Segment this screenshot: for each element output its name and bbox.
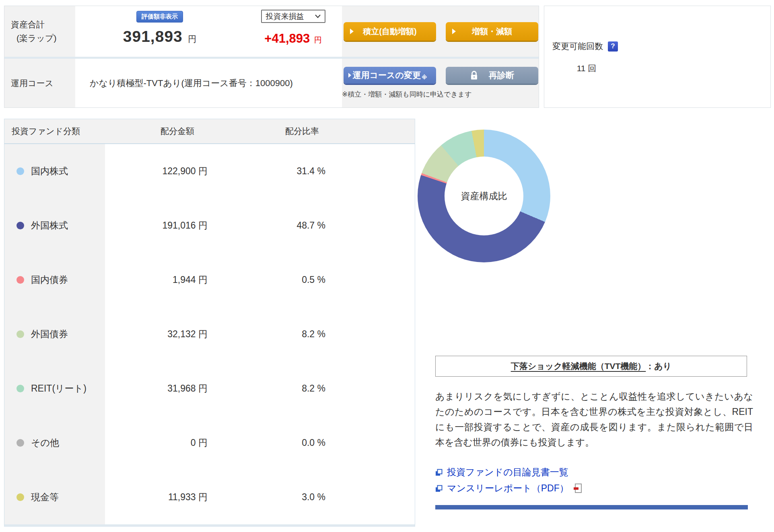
change-count-label-row: 変更可能回数 ? <box>552 41 770 52</box>
triangle-icon <box>348 73 351 78</box>
course-row: 運用コース かなり積極型-TVTあり(運用コース番号：1000900) 運用コー… <box>4 59 539 107</box>
legend-dot-icon <box>16 493 24 501</box>
row-ratio: 3.0 % <box>250 470 354 524</box>
profit-unit: 円 <box>314 36 322 44</box>
zougaku-gengaku-button-label: 増額・減額 <box>472 26 512 37</box>
asset-total-amount: 391,893 <box>123 28 183 45</box>
asset-total-row: 資産合計 (楽ラップ) 評価額非表示 391,893 円 投資来損益 + <box>4 6 539 57</box>
row-label: 外国債券 <box>31 328 68 340</box>
monthly-report-link[interactable]: マンスリーレポート（PDF） <box>447 482 569 495</box>
row-ratio: 0.0 % <box>250 416 354 470</box>
profit-period-select[interactable]: 投資来損益 <box>261 10 325 23</box>
course-value: かなり積極型-TVTあり(運用コース番号：1000900) <box>90 77 293 89</box>
asset-total-sublabel: (楽ラップ) <box>11 33 75 44</box>
row-label: 国内株式 <box>31 165 68 177</box>
row-amount: 1,944 円 <box>105 253 250 307</box>
row-label: 外国株式 <box>31 219 68 232</box>
lock-icon <box>470 71 478 80</box>
course-buttons-cell: 運用コースの変更 ※ 再診断 ※積立・ <box>342 59 539 107</box>
top-buttons-cell: 積立(自動増額) 増額・減額 <box>342 6 539 57</box>
monthly-report-link-row: マンスリーレポート（PDF） <box>435 482 771 495</box>
course-change-button-label: 運用コースの変更 <box>352 70 420 81</box>
course-buttons-row: 運用コースの変更 ※ 再診断 <box>342 67 539 84</box>
table-row: 国内株式 122,900 円 31.4 % <box>4 144 415 198</box>
help-icon[interactable]: ? <box>608 41 618 52</box>
legend-dot-icon <box>16 439 24 447</box>
row-ratio: 8.2 % <box>250 361 354 416</box>
legend-dot-icon <box>16 222 24 229</box>
row-label: その他 <box>31 437 59 449</box>
change-count-label: 変更可能回数 <box>552 41 603 52</box>
row-amount: 11,933 円 <box>105 470 250 524</box>
asset-total-line: 391,893 円 <box>123 28 196 45</box>
asset-summary-box: 資産合計 (楽ラップ) 評価額非表示 391,893 円 投資来損益 + <box>4 6 539 108</box>
course-change-button[interactable]: 運用コースの変更 ※ <box>344 67 436 84</box>
prospectus-link-row: 投資ファンドの目論見書一覧 <box>435 466 771 478</box>
row-label: 現金等 <box>31 491 59 503</box>
legend-dot-icon <box>16 167 24 175</box>
hide-valuation-badge[interactable]: 評価額非表示 <box>136 11 183 23</box>
pdf-icon <box>573 483 582 493</box>
new-window-icon <box>435 469 443 476</box>
tsumitate-button[interactable]: 積立(自動増額) <box>344 22 436 41</box>
triangle-icon <box>452 29 456 34</box>
row-label: REIT(リート) <box>31 382 86 395</box>
row-amount: 191,016 円 <box>105 198 250 253</box>
header-ratio: 配分比率 <box>250 126 354 137</box>
asset-total-unit: 円 <box>188 34 196 43</box>
asset-total-label: 資産合計 <box>11 19 75 30</box>
top-summary-area: 資産合計 (楽ラップ) 評価額非表示 391,893 円 投資来損益 + <box>4 6 771 108</box>
donut-center-label: 資産構成比 <box>445 157 523 235</box>
rediagnosis-button-label: 再診断 <box>489 70 514 81</box>
row-amount: 122,900 円 <box>105 144 250 198</box>
profit-cell: 投資来損益 +41,893 円 <box>244 6 342 57</box>
course-detail-column: 資産構成比 下落ショック軽減機能（TVT機能）：あり あまりリスクを気にしすぎず… <box>415 119 771 527</box>
table-row: その他 0 円 0.0 % <box>4 416 415 470</box>
allocation-area: 投資ファンド分類 配分金額 配分比率 国内株式 122,900 円 31.4 %… <box>4 119 771 527</box>
asset-total-label-cell: 資産合計 (楽ラップ) <box>4 6 75 57</box>
course-label: 運用コース <box>11 78 75 89</box>
rediagnosis-button[interactable]: 再診断 <box>446 67 538 84</box>
table-row: 外国債券 32,132 円 8.2 % <box>4 307 415 361</box>
simultaneous-application-note: ※積立・増額・減額も同時に申込できます <box>342 90 539 99</box>
next-section-bar <box>435 505 748 509</box>
triangle-icon <box>350 29 354 34</box>
course-description: あまりリスクを気にしすぎずに、とことん収益性を追求していきたいあなたのためのコー… <box>435 389 753 450</box>
change-count-box: 変更可能回数 ? 11 回 <box>544 6 771 108</box>
profit-line: +41,893 円 <box>264 31 321 46</box>
row-amount: 31,968 円 <box>105 361 250 416</box>
asset-total-cell: 評価額非表示 391,893 円 <box>75 6 244 57</box>
chevron-down-icon <box>315 14 321 18</box>
fund-allocation-table: 投資ファンド分類 配分金額 配分比率 国内株式 122,900 円 31.4 %… <box>4 119 415 527</box>
table-header: 投資ファンド分類 配分金額 配分比率 <box>4 119 415 144</box>
document-links: 投資ファンドの目論見書一覧 マンスリーレポート（PDF） <box>435 466 771 495</box>
tsumitate-button-label: 積立(自動増額) <box>363 26 416 37</box>
course-change-note-mark: ※ <box>422 74 427 80</box>
profit-period-value: 投資来損益 <box>266 11 304 22</box>
row-ratio: 31.4 % <box>250 144 354 198</box>
tvt-feature-box: 下落ショック軽減機能（TVT機能）：あり <box>435 356 747 377</box>
row-label: 国内債券 <box>31 274 68 286</box>
row-amount: 32,132 円 <box>105 307 250 361</box>
row-ratio: 8.2 % <box>250 307 354 361</box>
header-category: 投資ファンド分類 <box>4 126 105 137</box>
row-amount: 0 円 <box>105 416 250 470</box>
table-row: REIT(リート) 31,968 円 8.2 % <box>4 361 415 416</box>
tvt-feature-title: 下落ショック軽減機能（TVT機能） <box>511 361 646 371</box>
change-count-value: 11 回 <box>552 63 621 74</box>
tvt-feature-status: ：あり <box>646 361 671 371</box>
table-row: 国内債券 1,944 円 0.5 % <box>4 253 415 307</box>
zougaku-gengaku-button[interactable]: 増額・減額 <box>446 22 538 41</box>
legend-dot-icon <box>16 276 24 284</box>
prospectus-link[interactable]: 投資ファンドの目論見書一覧 <box>447 466 568 478</box>
table-row: 外国株式 191,016 円 48.7 % <box>4 198 415 253</box>
table-row: 現金等 11,933 円 3.0 % <box>4 470 415 524</box>
row-ratio: 0.5 % <box>250 253 354 307</box>
new-window-icon <box>435 485 443 492</box>
legend-dot-icon <box>16 330 24 338</box>
course-value-cell: かなり積極型-TVTあり(運用コース番号：1000900) <box>75 59 342 107</box>
asset-donut-chart: 資産構成比 <box>418 130 550 262</box>
course-label-cell: 運用コース <box>4 59 75 107</box>
header-amount: 配分金額 <box>105 126 250 137</box>
profit-amount: +41,893 <box>264 31 310 45</box>
